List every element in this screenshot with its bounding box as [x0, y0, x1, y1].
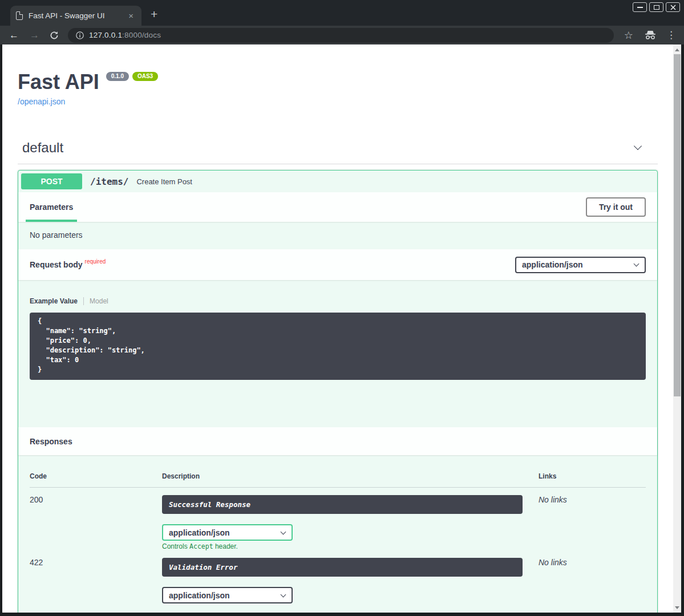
responses-header: Responses	[18, 427, 657, 455]
tab-parameters[interactable]: Parameters	[30, 192, 73, 222]
tab-model[interactable]: Model	[90, 297, 108, 305]
example-model-tabs: Example Value Model	[30, 297, 646, 305]
window-controls	[633, 2, 680, 12]
request-body-header: Request bodyrequired application/json	[18, 249, 657, 280]
url-path: :8000/docs	[122, 31, 161, 39]
minimize-button[interactable]	[633, 2, 647, 12]
column-header-code: Code	[30, 472, 162, 480]
back-icon[interactable]: ←	[9, 30, 19, 40]
operation-path: /items/	[90, 176, 128, 187]
scroll-down-arrow-icon[interactable]	[673, 603, 681, 611]
maximize-button[interactable]	[649, 2, 663, 12]
page-scrollbar[interactable]	[673, 44, 681, 613]
response-row-422: 422 Validation Error application/json	[30, 550, 646, 613]
responses-label: Responses	[30, 437, 72, 446]
tab-close-icon[interactable]: ×	[126, 11, 136, 21]
tab-title: Fast API - Swagger UI	[29, 11, 120, 20]
operation-summary-text: Create Item Post	[136, 177, 192, 186]
request-example-code: { "name": "string", "price": 0, "descrip…	[30, 313, 646, 380]
response-links: No links	[539, 495, 646, 550]
column-header-links: Links	[539, 472, 646, 480]
page-favicon-icon	[16, 11, 23, 20]
api-info: Fast API 0.1.0 OAS3 /openapi.json	[2, 70, 673, 107]
response-code: 422	[30, 558, 162, 613]
bookmark-star-icon[interactable]: ☆	[624, 29, 633, 42]
openapi-spec-link[interactable]: /openapi.json	[18, 97, 65, 106]
titlebar: Fast API - Swagger UI × +	[0, 0, 684, 26]
scrollbar-thumb[interactable]	[674, 54, 681, 396]
version-badge: 0.1.0	[106, 72, 129, 81]
response-200-media-type-select[interactable]: application/json	[162, 524, 293, 541]
swagger-page: Fast API 0.1.0 OAS3 /openapi.json defaul…	[2, 44, 673, 613]
response-description: Validation Error	[162, 558, 523, 577]
accept-header-note: Controls Accept header.	[162, 542, 523, 550]
site-info-icon[interactable]	[76, 31, 84, 39]
forward-icon[interactable]: →	[30, 30, 39, 40]
response-422-media-type-select[interactable]: application/json	[162, 587, 293, 603]
reload-icon[interactable]	[50, 31, 59, 40]
request-media-type-select[interactable]: application/json	[515, 257, 646, 273]
tag-name: default	[22, 140, 63, 156]
browser-window: Fast API - Swagger UI × + ← →	[0, 0, 684, 616]
operation-summary[interactable]: POST /items/ Create Item Post	[18, 171, 657, 192]
responses-table-head: Code Description Links	[30, 472, 646, 488]
request-body-example: Example Value Model { "name": "string", …	[18, 280, 657, 427]
address-bar[interactable]: 127.0.0.1:8000/docs	[68, 28, 614, 43]
tab-divider	[83, 297, 84, 305]
maximize-icon	[654, 5, 659, 10]
request-body-label: Request body	[30, 260, 83, 269]
minimize-icon	[637, 7, 643, 8]
scroll-up-arrow-icon[interactable]	[673, 46, 681, 54]
column-header-description: Description	[162, 472, 523, 480]
post-operation-block: POST /items/ Create Item Post Parameters…	[18, 170, 658, 613]
try-it-out-button[interactable]: Try it out	[586, 197, 646, 217]
responses-table: Code Description Links 200 Successful Re…	[18, 455, 657, 613]
page-title: Fast API	[18, 70, 99, 94]
tab-example-value[interactable]: Example Value	[30, 297, 78, 305]
required-label: required	[85, 258, 106, 265]
http-method-badge: POST	[21, 173, 82, 189]
parameters-header: Parameters Try it out	[18, 192, 657, 222]
response-description: Successful Response	[162, 495, 523, 514]
response-links: No links	[539, 558, 646, 613]
chevron-down-icon[interactable]	[634, 142, 642, 150]
response-row-200: 200 Successful Response application/json	[30, 488, 646, 550]
browser-tab[interactable]: Fast API - Swagger UI ×	[10, 6, 141, 26]
browser-toolbar: ← → 127.0.0.1:8000/docs ☆	[0, 26, 684, 44]
api-title-row: Fast API 0.1.0 OAS3	[18, 70, 658, 94]
close-button[interactable]	[666, 2, 680, 12]
new-tab-button[interactable]: +	[151, 8, 157, 21]
url-text: 127.0.0.1:8000/docs	[89, 31, 161, 39]
tag-section-header[interactable]: default	[18, 140, 658, 164]
close-icon	[670, 5, 676, 10]
browser-menu-icon[interactable]: ⋮	[666, 29, 676, 41]
url-host: 127.0.0.1	[89, 31, 122, 39]
oas3-badge: OAS3	[132, 72, 158, 81]
incognito-icon	[644, 30, 657, 40]
no-parameters-text: No parameters	[18, 222, 657, 249]
response-code: 200	[30, 495, 162, 550]
